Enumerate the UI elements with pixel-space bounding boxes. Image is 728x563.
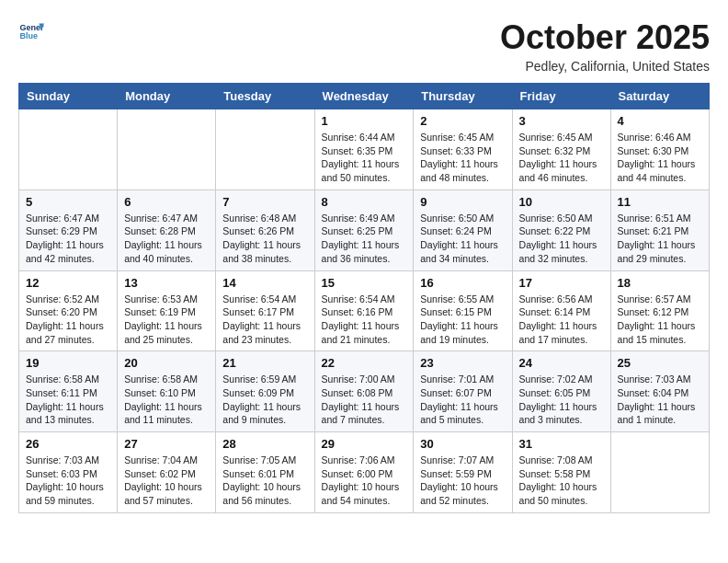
day-info: Sunrise: 6:53 AM Sunset: 6:19 PM Dayligh… [124,293,209,347]
page-header: General Blue October 2025 Pedley, Califo… [18,18,710,74]
day-number: 15 [322,276,407,290]
calendar-cell: 27Sunrise: 7:04 AM Sunset: 6:02 PM Dayli… [118,432,216,513]
calendar-cell: 9Sunrise: 6:50 AM Sunset: 6:24 PM Daylig… [414,190,512,270]
day-info: Sunrise: 6:55 AM Sunset: 6:15 PM Dayligh… [420,293,505,347]
day-number: 12 [26,276,110,290]
day-info: Sunrise: 7:03 AM Sunset: 6:04 PM Dayligh… [618,373,702,427]
calendar-cell: 12Sunrise: 6:52 AM Sunset: 6:20 PM Dayli… [19,270,118,351]
location: Pedley, California, United States [500,59,710,74]
day-info: Sunrise: 7:02 AM Sunset: 6:05 PM Dayligh… [519,373,604,427]
calendar-cell: 5Sunrise: 6:47 AM Sunset: 6:29 PM Daylig… [19,190,118,270]
col-header-saturday: Saturday [610,84,709,109]
day-info: Sunrise: 6:52 AM Sunset: 6:20 PM Dayligh… [26,293,110,347]
day-number: 16 [420,276,505,290]
day-info: Sunrise: 6:46 AM Sunset: 6:30 PM Dayligh… [618,131,702,185]
col-header-monday: Monday [118,84,216,109]
calendar-week-row: 12Sunrise: 6:52 AM Sunset: 6:20 PM Dayli… [19,270,710,351]
day-number: 30 [420,437,505,451]
calendar-cell: 29Sunrise: 7:06 AM Sunset: 6:00 PM Dayli… [314,432,414,513]
day-info: Sunrise: 7:03 AM Sunset: 6:03 PM Dayligh… [26,454,110,508]
day-number: 23 [420,356,505,370]
day-info: Sunrise: 6:47 AM Sunset: 6:28 PM Dayligh… [124,212,209,266]
day-number: 29 [322,437,407,451]
calendar-cell: 3Sunrise: 6:45 AM Sunset: 6:32 PM Daylig… [512,109,610,190]
day-number: 27 [124,437,209,451]
day-info: Sunrise: 6:58 AM Sunset: 6:10 PM Dayligh… [124,373,209,427]
day-number: 8 [322,195,407,209]
day-info: Sunrise: 7:01 AM Sunset: 6:07 PM Dayligh… [420,373,505,427]
day-info: Sunrise: 6:49 AM Sunset: 6:25 PM Dayligh… [322,212,407,266]
day-info: Sunrise: 6:44 AM Sunset: 6:35 PM Dayligh… [322,131,407,185]
calendar-cell [118,109,216,190]
day-number: 26 [26,437,110,451]
calendar-cell: 4Sunrise: 6:46 AM Sunset: 6:30 PM Daylig… [610,109,709,190]
day-info: Sunrise: 7:08 AM Sunset: 5:58 PM Dayligh… [519,454,604,508]
calendar-cell: 2Sunrise: 6:45 AM Sunset: 6:33 PM Daylig… [414,109,512,190]
day-number: 28 [222,437,307,451]
logo: General Blue [18,18,44,44]
calendar-cell [216,109,314,190]
day-number: 3 [519,114,604,128]
day-number: 2 [420,114,505,128]
day-info: Sunrise: 6:59 AM Sunset: 6:09 PM Dayligh… [222,373,307,427]
day-number: 7 [222,195,307,209]
calendar-cell: 8Sunrise: 6:49 AM Sunset: 6:25 PM Daylig… [314,190,414,270]
day-number: 31 [519,437,604,451]
day-number: 10 [519,195,604,209]
month-title: October 2025 [500,18,710,57]
col-header-sunday: Sunday [19,84,118,109]
calendar-cell: 30Sunrise: 7:07 AM Sunset: 5:59 PM Dayli… [414,432,512,513]
day-info: Sunrise: 6:54 AM Sunset: 6:17 PM Dayligh… [222,293,307,347]
calendar-week-row: 1Sunrise: 6:44 AM Sunset: 6:35 PM Daylig… [19,109,710,190]
col-header-thursday: Thursday [414,84,512,109]
calendar-cell: 26Sunrise: 7:03 AM Sunset: 6:03 PM Dayli… [19,432,118,513]
day-number: 19 [26,356,110,370]
svg-text:Blue: Blue [19,31,38,40]
calendar-cell: 16Sunrise: 6:55 AM Sunset: 6:15 PM Dayli… [414,270,512,351]
calendar-cell: 19Sunrise: 6:58 AM Sunset: 6:11 PM Dayli… [19,351,118,432]
calendar-cell: 20Sunrise: 6:58 AM Sunset: 6:10 PM Dayli… [118,351,216,432]
day-number: 25 [618,356,702,370]
day-info: Sunrise: 6:50 AM Sunset: 6:22 PM Dayligh… [519,212,604,266]
day-info: Sunrise: 6:45 AM Sunset: 6:33 PM Dayligh… [420,131,505,185]
calendar-cell: 31Sunrise: 7:08 AM Sunset: 5:58 PM Dayli… [512,432,610,513]
calendar-cell: 13Sunrise: 6:53 AM Sunset: 6:19 PM Dayli… [118,270,216,351]
calendar-cell: 28Sunrise: 7:05 AM Sunset: 6:01 PM Dayli… [216,432,314,513]
day-number: 11 [618,195,702,209]
calendar-table: SundayMondayTuesdayWednesdayThursdayFrid… [18,83,710,513]
calendar-week-row: 26Sunrise: 7:03 AM Sunset: 6:03 PM Dayli… [19,432,710,513]
calendar-cell: 22Sunrise: 7:00 AM Sunset: 6:08 PM Dayli… [314,351,414,432]
day-number: 24 [519,356,604,370]
calendar-cell: 18Sunrise: 6:57 AM Sunset: 6:12 PM Dayli… [610,270,709,351]
day-number: 13 [124,276,209,290]
day-number: 5 [26,195,110,209]
day-number: 1 [322,114,407,128]
day-number: 20 [124,356,209,370]
calendar-week-row: 5Sunrise: 6:47 AM Sunset: 6:29 PM Daylig… [19,190,710,270]
calendar-cell: 14Sunrise: 6:54 AM Sunset: 6:17 PM Dayli… [216,270,314,351]
calendar-cell: 17Sunrise: 6:56 AM Sunset: 6:14 PM Dayli… [512,270,610,351]
day-info: Sunrise: 7:00 AM Sunset: 6:08 PM Dayligh… [322,373,407,427]
title-block: October 2025 Pedley, California, United … [500,18,710,74]
day-info: Sunrise: 6:51 AM Sunset: 6:21 PM Dayligh… [618,212,702,266]
day-number: 4 [618,114,702,128]
day-info: Sunrise: 7:04 AM Sunset: 6:02 PM Dayligh… [124,454,209,508]
calendar-cell: 21Sunrise: 6:59 AM Sunset: 6:09 PM Dayli… [216,351,314,432]
day-info: Sunrise: 6:45 AM Sunset: 6:32 PM Dayligh… [519,131,604,185]
calendar-cell: 24Sunrise: 7:02 AM Sunset: 6:05 PM Dayli… [512,351,610,432]
day-info: Sunrise: 6:50 AM Sunset: 6:24 PM Dayligh… [420,212,505,266]
day-info: Sunrise: 6:54 AM Sunset: 6:16 PM Dayligh… [322,293,407,347]
day-info: Sunrise: 6:48 AM Sunset: 6:26 PM Dayligh… [222,212,307,266]
day-info: Sunrise: 6:57 AM Sunset: 6:12 PM Dayligh… [618,293,702,347]
calendar-header-row: SundayMondayTuesdayWednesdayThursdayFrid… [19,84,710,109]
day-info: Sunrise: 7:07 AM Sunset: 5:59 PM Dayligh… [420,454,505,508]
col-header-wednesday: Wednesday [314,84,414,109]
day-number: 14 [222,276,307,290]
col-header-friday: Friday [512,84,610,109]
day-info: Sunrise: 6:47 AM Sunset: 6:29 PM Dayligh… [26,212,110,266]
calendar-cell: 11Sunrise: 6:51 AM Sunset: 6:21 PM Dayli… [610,190,709,270]
calendar-cell: 10Sunrise: 6:50 AM Sunset: 6:22 PM Dayli… [512,190,610,270]
calendar-cell: 1Sunrise: 6:44 AM Sunset: 6:35 PM Daylig… [314,109,414,190]
day-info: Sunrise: 7:05 AM Sunset: 6:01 PM Dayligh… [222,454,307,508]
day-number: 9 [420,195,505,209]
